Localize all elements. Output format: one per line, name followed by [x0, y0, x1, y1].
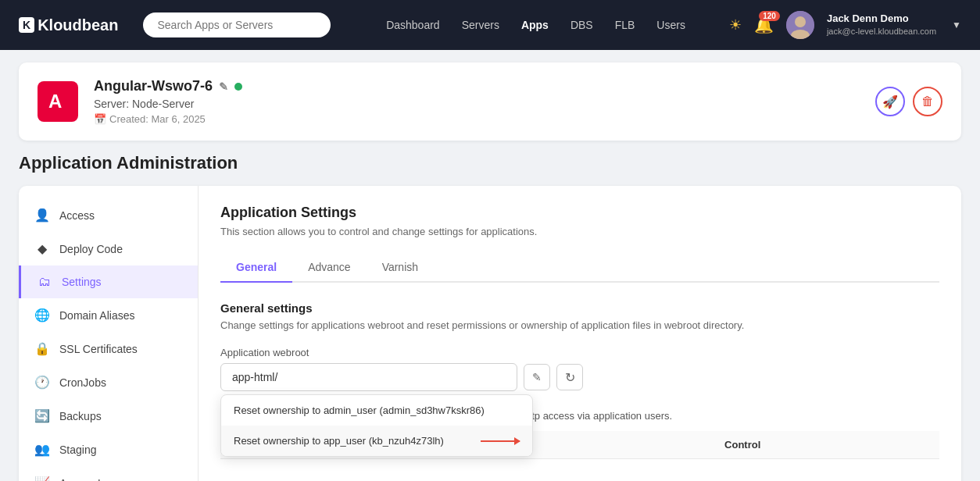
- domain-icon: 🌐: [34, 308, 50, 322]
- dropdown-item-admin-label: Reset ownership to admin_user (admin_sd3…: [234, 404, 485, 416]
- app-card: A Angular-Wswo7-6 ✎ Server: Node-Server …: [19, 62, 961, 141]
- app-name-edit-icon[interactable]: ✎: [219, 80, 228, 93]
- settings-icon: 🗂: [37, 275, 52, 289]
- tab-advance[interactable]: Advance: [292, 253, 366, 283]
- webroot-label: Application webroot: [220, 347, 939, 358]
- nav-flb[interactable]: FLB: [615, 19, 635, 31]
- app-server: Server: Node-Server: [94, 98, 860, 110]
- access-icon: 👤: [34, 208, 50, 223]
- sidebar-item-label-cronjobs: CronJobs: [59, 376, 106, 389]
- settings-description: This section allows you to control and c…: [220, 226, 939, 237]
- sidebar-item-access[interactable]: 👤 Access: [19, 198, 198, 232]
- app-status-dot: [234, 83, 242, 91]
- sidebar-item-label-deploy-code: Deploy Code: [59, 243, 123, 255]
- app-created-date: Created: Mar 6, 2025: [109, 113, 206, 125]
- sidebar-item-label-access-log: Access Log: [59, 477, 116, 482]
- notification-badge: 120: [759, 11, 780, 21]
- deploy-icon: ◆: [34, 241, 50, 256]
- logo: K Kloudbean: [19, 16, 118, 34]
- general-settings-title: General settings: [220, 301, 939, 315]
- webroot-input[interactable]: [220, 363, 517, 391]
- notification-button[interactable]: 🔔 120: [754, 16, 774, 34]
- general-settings-desc: Change settings for applications webroot…: [220, 319, 939, 331]
- svg-point-1: [795, 16, 806, 27]
- app-delete-button[interactable]: 🗑: [913, 87, 942, 116]
- refresh-icon: ↻: [565, 370, 575, 385]
- nav-dashboard[interactable]: Dashboard: [386, 19, 440, 31]
- cron-icon: 🕐: [34, 375, 50, 390]
- ownership-dropdown: Reset ownership to admin_user (admin_sd3…: [220, 394, 533, 457]
- svg-text:A: A: [48, 91, 62, 112]
- search-input[interactable]: [143, 12, 331, 37]
- sidebar-item-cronjobs[interactable]: 🕐 CronJobs: [19, 365, 198, 399]
- webroot-field-row: ✎ ↻ Reset ownership to admin_user (admin…: [220, 363, 939, 391]
- nav-links: Dashboard Servers Apps DBS FLB Users: [386, 19, 685, 31]
- theme-toggle-icon[interactable]: ☀: [729, 16, 742, 34]
- app-icon: A: [38, 81, 78, 122]
- user-menu-chevron[interactable]: ▼: [952, 20, 961, 30]
- nav-dbs[interactable]: DBS: [570, 19, 593, 31]
- rocket-icon: 🚀: [882, 94, 898, 109]
- app-name: Angular-Wswo7-6: [94, 78, 213, 94]
- dropdown-item-app-user[interactable]: Reset ownership to app_user (kb_nzuh4z73…: [221, 426, 532, 456]
- user-name: Jack Denn Demo: [827, 12, 936, 26]
- settings-title: Application Settings: [220, 205, 939, 221]
- tab-general[interactable]: General: [220, 253, 292, 283]
- app-deploy-button[interactable]: 🚀: [875, 87, 905, 116]
- trash-icon: 🗑: [921, 94, 934, 109]
- app-created: 📅 Created: Mar 6, 2025: [94, 113, 860, 125]
- user-email: jack@c-level.kloudbean.com: [827, 26, 936, 37]
- top-navigation: K Kloudbean Dashboard Servers Apps DBS F…: [0, 0, 980, 50]
- staging-icon: 👥: [34, 442, 50, 457]
- sidebar-item-label-ssl: SSL Certificates: [59, 343, 138, 355]
- sidebar-item-settings[interactable]: 🗂 Settings: [19, 265, 198, 298]
- sidebar-item-label-access: Access: [59, 209, 95, 222]
- settings-tabs: General Advance Varnish: [220, 253, 939, 283]
- admin-title: Application Administration: [19, 153, 961, 173]
- brand-name: Kloudbean: [38, 16, 118, 34]
- webroot-refresh-button[interactable]: ↻: [556, 364, 583, 390]
- search-wrap: [143, 12, 331, 37]
- app-details: Angular-Wswo7-6 ✎ Server: Node-Server 📅 …: [94, 78, 860, 125]
- sidebar-item-label-backups: Backups: [59, 410, 102, 422]
- sidebar-item-label-domain-aliases: Domain Aliases: [59, 309, 135, 322]
- sidebar-item-ssl-certificates[interactable]: 🔒 SSL Certificates: [19, 332, 198, 365]
- user-info: Jack Denn Demo jack@c-level.kloudbean.co…: [827, 12, 936, 38]
- app-name-row: Angular-Wswo7-6 ✎: [94, 78, 860, 94]
- pencil-icon: ✎: [532, 371, 542, 383]
- sidebar-item-domain-aliases[interactable]: 🌐 Domain Aliases: [19, 298, 198, 332]
- sidebar-item-deploy-code[interactable]: ◆ Deploy Code: [19, 232, 198, 265]
- dropdown-item-app-user-label: Reset ownership to app_user (kb_nzuh4z73…: [234, 435, 444, 447]
- avatar: [786, 11, 814, 39]
- admin-layout: 👤 Access ◆ Deploy Code 🗂 Settings 🌐 Doma…: [19, 186, 961, 481]
- dropdown-item-admin[interactable]: Reset ownership to admin_user (admin_sd3…: [221, 395, 532, 426]
- webroot-edit-button[interactable]: ✎: [524, 364, 550, 390]
- nav-servers[interactable]: Servers: [462, 19, 499, 31]
- sidebar-item-label-staging: Staging: [59, 444, 96, 456]
- access-log-icon: 📈: [34, 476, 50, 481]
- ssl-icon: 🔒: [34, 341, 50, 356]
- main-content: Application Settings This section allows…: [199, 186, 961, 481]
- nav-users[interactable]: Users: [656, 19, 685, 31]
- logo-icon: K: [19, 17, 34, 33]
- calendar-icon: 📅: [94, 113, 106, 125]
- sidebar: 👤 Access ◆ Deploy Code 🗂 Settings 🌐 Doma…: [19, 186, 199, 481]
- table-header-control: Control: [715, 431, 939, 459]
- backups-icon: 🔄: [34, 408, 50, 423]
- nav-apps[interactable]: Apps: [521, 19, 549, 31]
- sidebar-item-label-settings: Settings: [62, 276, 102, 288]
- sidebar-item-staging[interactable]: 👥 Staging: [19, 433, 198, 466]
- sidebar-item-backups[interactable]: 🔄 Backups: [19, 399, 198, 433]
- admin-section: Application Administration 👤 Access ◆ De…: [0, 153, 980, 481]
- nav-right: ☀ 🔔 120 Jack Denn Demo jack@c-level.klou…: [729, 11, 961, 39]
- tab-varnish[interactable]: Varnish: [367, 253, 434, 283]
- app-actions: 🚀 🗑: [875, 87, 942, 116]
- sidebar-item-access-log[interactable]: 📈 Access Log: [19, 466, 198, 481]
